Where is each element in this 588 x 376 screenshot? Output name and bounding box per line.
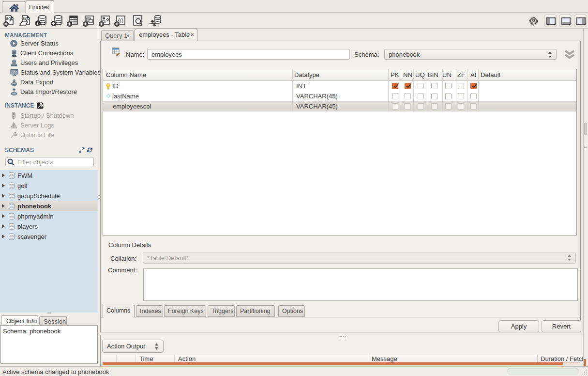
svg-text:SQL: SQL [23, 17, 30, 21]
svg-text:{(): {() [118, 17, 123, 23]
svg-text:SQL: SQL [6, 17, 14, 21]
